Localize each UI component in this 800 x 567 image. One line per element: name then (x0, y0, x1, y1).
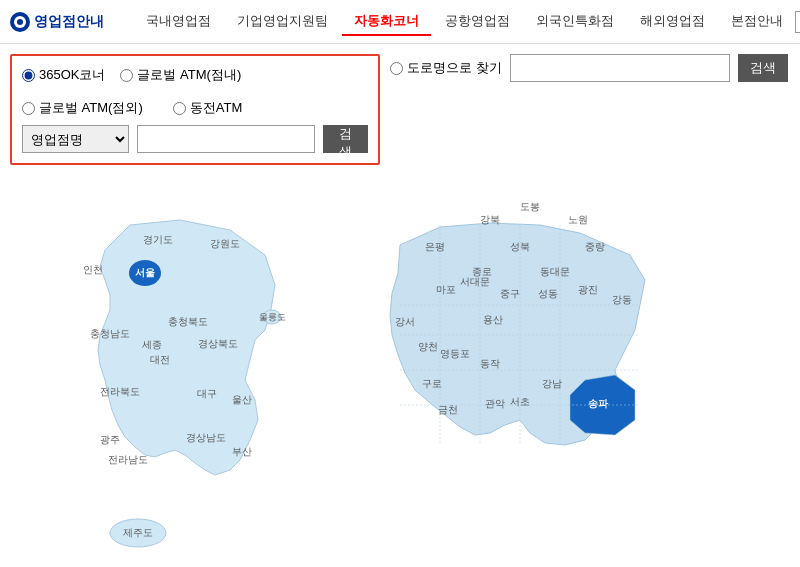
branch-search-input[interactable] (137, 125, 315, 153)
svg-text:광진: 광진 (578, 284, 598, 295)
left-panel: 365OK코너글로벌 ATM(점내)글로벌 ATM(점외)동전ATM 영업점명 … (10, 54, 380, 175)
logo-icon (10, 12, 30, 32)
branch-search-row: 영업점명 검색 (22, 125, 368, 153)
svg-text:강남: 강남 (542, 378, 562, 389)
svg-text:용산: 용산 (483, 314, 503, 325)
svg-text:제주도: 제주도 (123, 527, 153, 538)
road-search-button[interactable]: 검색 (738, 54, 788, 82)
svg-text:마포: 마포 (436, 284, 456, 295)
atm-radio-input-r2[interactable] (120, 69, 133, 82)
atm-radio-label-r2: 글로벌 ATM(점내) (137, 66, 241, 84)
nav-item-0[interactable]: 국내영업점 (134, 8, 223, 36)
svg-text:서초: 서초 (510, 396, 530, 407)
seoul-map-svg: 도봉 강북 노원 은평 성북 중랑 종로 동대문 마포 서대문 중구 성동 광진… (320, 185, 680, 555)
atm-radio-r3: 글로벌 ATM(점외) (22, 99, 143, 117)
svg-text:노원: 노원 (568, 214, 588, 225)
road-search-row: 도로명으로 찾기 검색 (390, 54, 790, 82)
nav-item-3[interactable]: 공항영업점 (433, 8, 522, 36)
main-nav: 국내영업점기업영업지원팀자동화코너공항영업점외국인특화점해외영업점본점안내 (134, 8, 795, 36)
svg-text:충청남도: 충청남도 (90, 328, 130, 339)
svg-text:경기도: 경기도 (143, 234, 173, 245)
atm-radio-input-r1[interactable] (22, 69, 35, 82)
svg-text:경상남도: 경상남도 (186, 432, 226, 443)
svg-text:강서: 강서 (395, 316, 415, 327)
right-panel: 도로명으로 찾기 검색 (390, 54, 790, 175)
svg-text:동대문: 동대문 (540, 266, 570, 277)
svg-point-1 (17, 19, 23, 25)
svg-text:인천: 인천 (83, 264, 103, 275)
nav-item-6[interactable]: 본점안내 (719, 8, 795, 36)
road-radio-label: 도로명으로 찾기 (407, 59, 502, 77)
seoul-district-map[interactable]: 도봉 강북 노원 은평 성북 중랑 종로 동대문 마포 서대문 중구 성동 광진… (320, 185, 680, 555)
nav-item-2[interactable]: 자동화코너 (342, 8, 431, 36)
road-radio-item: 도로명으로 찾기 (390, 59, 502, 77)
svg-text:대구: 대구 (197, 388, 217, 399)
svg-text:경상북도: 경상북도 (198, 338, 238, 349)
korea-map-svg: 경기도 강원도 인천 서울 충청남도 세종 대전 충청북도 경상북도 울릉도 전… (10, 185, 300, 555)
svg-text:양천: 양천 (418, 341, 438, 352)
korea-map[interactable]: 경기도 강원도 인천 서울 충청남도 세종 대전 충청북도 경상북도 울릉도 전… (10, 185, 300, 555)
svg-text:영등포: 영등포 (440, 348, 470, 359)
svg-text:부산: 부산 (232, 446, 252, 457)
svg-text:울산: 울산 (232, 394, 252, 405)
svg-text:충청북도: 충청북도 (168, 316, 208, 327)
lang-button[interactable]: English (795, 11, 800, 33)
atm-radio-input-r3[interactable] (22, 102, 35, 115)
svg-text:대전: 대전 (150, 354, 170, 365)
svg-text:관악: 관악 (485, 398, 505, 409)
svg-text:강동: 강동 (612, 294, 632, 305)
atm-search-box: 365OK코너글로벌 ATM(점내)글로벌 ATM(점외)동전ATM 영업점명 … (10, 54, 380, 165)
atm-radio-input-r4[interactable] (173, 102, 186, 115)
svg-text:은평: 은평 (425, 241, 445, 252)
svg-text:전라북도: 전라북도 (100, 386, 140, 397)
svg-text:도봉: 도봉 (520, 201, 540, 212)
svg-text:강원도: 강원도 (210, 238, 240, 249)
svg-text:성동: 성동 (538, 288, 558, 299)
nav-item-1[interactable]: 기업영업지원팀 (225, 8, 340, 36)
atm-radio-label-r4: 동전ATM (190, 99, 242, 117)
svg-text:서대문: 서대문 (460, 276, 490, 287)
atm-radio-r1: 365OK코너 (22, 66, 105, 84)
branch-search-button[interactable]: 검색 (323, 125, 368, 153)
road-search-input[interactable] (510, 54, 730, 82)
svg-text:울릉도: 울릉도 (259, 312, 286, 322)
atm-radio-r2: 글로벌 ATM(점내) (120, 66, 241, 84)
nav-item-4[interactable]: 외국인특화점 (524, 8, 626, 36)
svg-text:서울: 서울 (135, 267, 155, 278)
atm-radio-r4: 동전ATM (173, 99, 242, 117)
svg-text:성북: 성북 (510, 241, 530, 252)
logo: 영업점안내 (10, 12, 104, 32)
nav-item-5[interactable]: 해외영업점 (628, 8, 717, 36)
atm-type-radios: 365OK코너글로벌 ATM(점내)글로벌 ATM(점외)동전ATM (22, 66, 368, 117)
svg-text:동작: 동작 (480, 358, 500, 369)
svg-text:강북: 강북 (480, 214, 500, 225)
atm-radio-label-r3: 글로벌 ATM(점외) (39, 99, 143, 117)
svg-text:중랑: 중랑 (585, 241, 605, 252)
svg-text:구로: 구로 (422, 378, 442, 389)
road-radio[interactable] (390, 62, 403, 75)
atm-radio-label-r1: 365OK코너 (39, 66, 105, 84)
branch-select[interactable]: 영업점명 (22, 125, 129, 153)
svg-text:세종: 세종 (142, 339, 162, 350)
logo-text: 영업점안내 (34, 13, 104, 31)
svg-text:송파: 송파 (588, 398, 609, 409)
svg-text:중구: 중구 (500, 288, 520, 299)
svg-text:금천: 금천 (438, 404, 458, 415)
svg-text:광주: 광주 (100, 434, 120, 445)
svg-text:전라남도: 전라남도 (108, 454, 148, 465)
